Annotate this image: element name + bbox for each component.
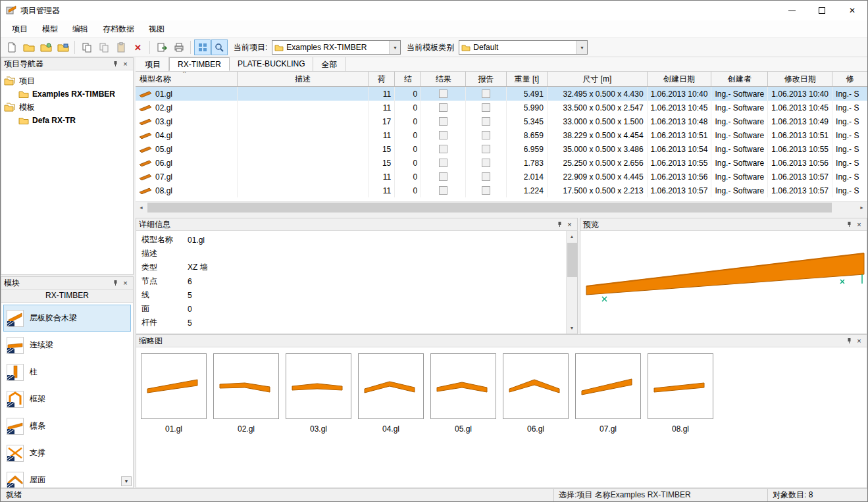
thumbnail-item[interactable]: 06.gl: [503, 353, 569, 434]
panel-close-icon[interactable]: ×: [120, 278, 130, 288]
scroll-down-icon[interactable]: ▼: [567, 322, 578, 334]
panel-close-icon[interactable]: ×: [854, 336, 864, 346]
scroll-left-icon[interactable]: ◄: [136, 202, 147, 213]
close-button[interactable]: ✕: [837, 1, 867, 20]
scrollbar-thumb[interactable]: [567, 243, 577, 277]
menu-edit[interactable]: 编辑: [65, 20, 95, 38]
module-column[interactable]: 柱: [3, 359, 131, 386]
current-project-select[interactable]: Examples RX-TIMBER ▼: [272, 40, 401, 55]
thumbnail-item[interactable]: 05.gl: [430, 353, 496, 434]
scroll-right-icon[interactable]: ►: [856, 202, 867, 213]
thumbnail-image[interactable]: [430, 353, 496, 419]
thumbnail-item[interactable]: 04.gl: [358, 353, 424, 434]
column-header-results[interactable]: 结果: [421, 72, 466, 86]
thumbnail-image[interactable]: [358, 353, 424, 419]
dropdown-arrow-icon[interactable]: ▼: [389, 41, 400, 54]
table-row[interactable]: 04.gl 11 0 8.659 38.229 x 0.500 x 4.454 …: [136, 128, 867, 142]
menu-view[interactable]: 视图: [141, 20, 172, 38]
panel-close-icon[interactable]: ×: [854, 220, 864, 230]
thumbnail-image[interactable]: [286, 353, 351, 419]
duplicate-button[interactable]: [95, 39, 112, 55]
table-row[interactable]: 02.gl 11 0 5.990 33.500 x 0.500 x 2.547 …: [136, 101, 867, 114]
thumbnail-image[interactable]: [575, 353, 641, 419]
report-checkbox[interactable]: [482, 89, 490, 98]
thumbnail-item[interactable]: 03.gl: [286, 353, 351, 434]
results-checkbox[interactable]: [439, 117, 447, 126]
horizontal-splitter[interactable]: [136, 213, 867, 218]
scrollbar-thumb[interactable]: [147, 203, 832, 213]
print-button[interactable]: [170, 39, 187, 55]
archive-folder-button[interactable]: [55, 39, 71, 55]
details-view-button[interactable]: [194, 39, 211, 55]
module-continuous-beam[interactable]: 连续梁: [3, 332, 131, 359]
module-roof[interactable]: 屋面: [3, 466, 131, 488]
column-header-result-cases[interactable]: 结: [395, 72, 421, 86]
column-header-modified[interactable]: 修改日期: [768, 72, 832, 86]
pin-icon[interactable]: [111, 278, 120, 288]
modules-scroll-down-button[interactable]: ▼: [121, 476, 132, 486]
open-folder-button[interactable]: [20, 39, 37, 55]
menu-archive-data[interactable]: 存档数据: [95, 20, 141, 38]
report-checkbox[interactable]: [482, 145, 490, 153]
minimize-button[interactable]: [777, 1, 807, 20]
tree-item-templates-root[interactable]: 模板: [4, 101, 130, 114]
results-checkbox[interactable]: [439, 89, 447, 98]
report-checkbox[interactable]: [482, 186, 490, 195]
table-horizontal-scrollbar[interactable]: ◄ ►: [136, 201, 867, 213]
column-header-model-name[interactable]: 模型名称 ^: [136, 72, 238, 86]
delete-button[interactable]: ✕: [130, 39, 146, 55]
pin-icon[interactable]: [555, 220, 565, 230]
report-checkbox[interactable]: [482, 103, 490, 112]
copy-button[interactable]: [78, 39, 95, 55]
dropdown-arrow-icon[interactable]: ▼: [576, 41, 587, 54]
report-checkbox[interactable]: [482, 131, 490, 139]
column-header-report[interactable]: 报告: [466, 72, 507, 86]
tab-projects[interactable]: 项目: [137, 57, 169, 71]
results-checkbox[interactable]: [439, 103, 447, 112]
scroll-up-icon[interactable]: ▲: [567, 231, 578, 242]
details-vertical-scrollbar[interactable]: ▲ ▼: [566, 231, 577, 334]
column-header-size[interactable]: 尺寸 [m]: [548, 72, 648, 86]
export-button[interactable]: [153, 39, 170, 55]
tree-item-default-template[interactable]: Defa RX-TR: [4, 114, 130, 127]
table-row[interactable]: 07.gl 11 0 2.014 22.909 x 0.500 x 4.445 …: [136, 170, 867, 184]
thumbnail-item[interactable]: 08.gl: [648, 353, 713, 434]
table-row[interactable]: 03.gl 17 0 5.345 33.000 x 0.500 x 1.500 …: [136, 114, 867, 128]
results-checkbox[interactable]: [439, 131, 447, 139]
tab-all[interactable]: 全部: [313, 57, 345, 71]
column-header-created[interactable]: 创建日期: [648, 72, 712, 86]
column-header-weight[interactable]: 重量 [t]: [507, 72, 548, 86]
module-glulam-beam[interactable]: 层板胶合木梁: [3, 305, 131, 332]
column-header-load-cases[interactable]: 荷: [369, 72, 395, 86]
table-row[interactable]: 08.gl 11 0 1.224 17.500 x 0.500 x 2.213 …: [136, 184, 867, 197]
thumbnail-item[interactable]: 02.gl: [213, 353, 279, 434]
pin-icon[interactable]: [111, 59, 120, 69]
pin-icon[interactable]: [844, 220, 854, 230]
paste-button[interactable]: [113, 39, 129, 55]
results-checkbox[interactable]: [439, 186, 447, 195]
results-checkbox[interactable]: [439, 145, 447, 153]
report-checkbox[interactable]: [482, 117, 490, 126]
module-purlin[interactable]: 檩条: [3, 413, 131, 439]
table-row[interactable]: 01.gl 11 0 5.491 32.495 x 0.500 x 4.430 …: [136, 87, 867, 101]
results-checkbox[interactable]: [439, 159, 447, 167]
tree-item-examples-rx-timber[interactable]: Examples RX-TIMBER: [4, 88, 130, 101]
thumbnail-image[interactable]: [141, 353, 207, 419]
thumbnail-image[interactable]: [213, 353, 279, 419]
tab-rx-timber[interactable]: RX-TIMBER: [169, 57, 230, 71]
find-model-button[interactable]: [211, 39, 228, 55]
results-checkbox[interactable]: [439, 172, 447, 181]
thumbnail-item[interactable]: 07.gl: [575, 353, 641, 434]
thumbnail-item[interactable]: 01.gl: [141, 353, 207, 434]
tab-plate-buckling[interactable]: PLATE-BUCKLING: [230, 57, 313, 71]
thumbnail-image[interactable]: [648, 353, 713, 419]
template-category-select[interactable]: Default ▼: [459, 40, 588, 55]
menu-project[interactable]: 项目: [5, 20, 35, 38]
panel-close-icon[interactable]: ×: [120, 59, 130, 69]
table-row[interactable]: 05.gl 15 0 6.959 35.000 x 0.500 x 3.486 …: [136, 142, 867, 156]
thumbnail-image[interactable]: [503, 353, 569, 419]
new-project-button[interactable]: [3, 39, 20, 55]
table-row[interactable]: 06.gl 15 0 1.783 25.250 x 0.500 x 2.656 …: [136, 156, 867, 170]
report-checkbox[interactable]: [482, 159, 490, 167]
maximize-button[interactable]: [807, 1, 837, 20]
